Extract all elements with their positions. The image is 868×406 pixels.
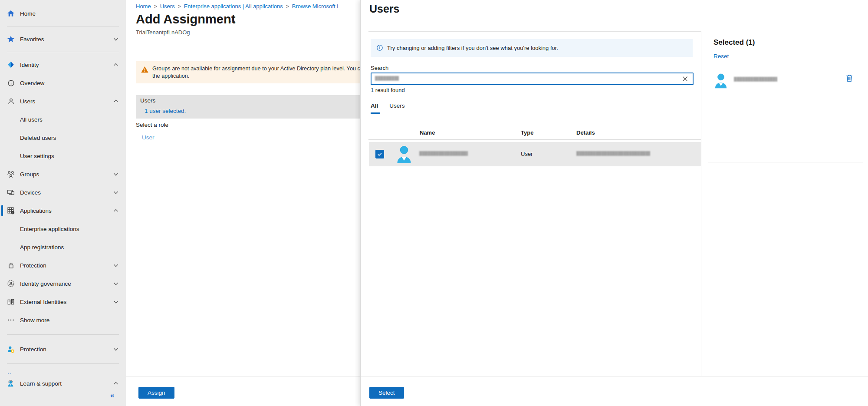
devices-icon <box>7 188 15 196</box>
selected-item-divider <box>708 162 863 162</box>
sidebar-item-label: Devices <box>20 189 41 196</box>
chevron-down-icon[interactable] <box>113 299 119 305</box>
sidebar-item-label: All users <box>20 116 43 123</box>
external-identities-icon <box>7 298 15 306</box>
sidebar-item-label: Identity governance <box>20 281 71 287</box>
users-panel: Users Try changing or adding filters if … <box>360 0 868 406</box>
user-avatar <box>396 145 412 164</box>
identity-governance-icon <box>7 280 15 287</box>
sidebar-item-label: User settings <box>20 153 54 159</box>
sidebar-item-overview[interactable]: Overview <box>0 74 126 92</box>
sidebar-item-app-registrations[interactable]: App registrations <box>0 238 126 256</box>
chevron-down-icon[interactable] <box>113 281 119 287</box>
sidebar-item-groups[interactable]: Groups <box>0 165 126 183</box>
users-section-label: Users <box>140 97 155 104</box>
trash-icon[interactable] <box>845 74 853 83</box>
sidebar-item-users[interactable]: Users <box>0 92 126 110</box>
breadcrumb: Home>Users>Enterprise applications | All… <box>136 3 339 10</box>
chevron-down-icon[interactable] <box>113 36 119 42</box>
breadcrumb-link-users[interactable]: Users <box>160 3 175 10</box>
breadcrumb-link-home[interactable]: Home <box>136 3 151 10</box>
sidebar: HomeFavoritesIdentityOverviewUsersAll us… <box>0 0 126 406</box>
home-icon <box>7 10 15 17</box>
selected-user-item: ██████████████████████████████ <box>701 68 868 94</box>
info-banner-text: Try changing or adding filters if you do… <box>387 45 558 51</box>
role-value-link[interactable]: User <box>142 134 155 141</box>
sidebar-item-identity-governance[interactable]: Identity governance <box>0 274 126 293</box>
sidebar-item-user-settings[interactable]: User settings <box>0 147 126 165</box>
azure-portal-app: HomeFavoritesIdentityOverviewUsersAll us… <box>0 0 868 406</box>
chevron-up-icon[interactable] <box>113 62 119 68</box>
sidebar-item-label: Show more <box>20 317 49 323</box>
info-icon <box>376 44 383 53</box>
table-header-divider <box>368 139 701 140</box>
sidebar-item-deleted-users[interactable]: Deleted users <box>0 129 126 147</box>
sidebar-item-external-identities[interactable]: External Identities <box>0 293 126 311</box>
chevron-up-icon[interactable] <box>113 208 119 214</box>
breadcrumb-link-enterprise-applications-all-applications[interactable]: Enterprise applications | All applicatio… <box>184 3 283 10</box>
breadcrumb-link-browse-microsoft-i[interactable]: Browse Microsoft I <box>292 3 339 10</box>
breadcrumb-separator: > <box>154 3 157 10</box>
tab-bar: AllUsers <box>371 102 416 109</box>
sidebar-item-identity[interactable]: Identity <box>0 56 126 74</box>
people-icon <box>7 170 15 178</box>
search-result-count: 1 result found <box>371 87 405 93</box>
star-icon <box>7 35 15 43</box>
sidebar-collapse-button[interactable]: « <box>110 391 114 400</box>
sidebar-item-all-users[interactable]: All users <box>0 110 126 129</box>
sidebar-item-show-more[interactable]: Show more <box>0 311 126 329</box>
sidebar-item-favorites[interactable]: Favorites <box>0 30 126 48</box>
search-input[interactable]: ██████████████████████████████ <box>371 73 694 85</box>
chevron-up-icon[interactable] <box>113 98 119 104</box>
sidebar-divider <box>7 334 119 335</box>
person-shield-icon <box>7 345 15 353</box>
sidebar-item-protection[interactable]: Protection <box>0 256 126 274</box>
chevron-down-icon[interactable] <box>113 346 119 352</box>
panel-title: Users <box>369 3 400 15</box>
chevron-down-icon[interactable] <box>113 262 119 268</box>
column-header-type: Type <box>521 129 533 136</box>
page-subtitle: TrialTenantpfLnADOg <box>136 29 190 36</box>
panel-footer-divider <box>361 376 868 376</box>
breadcrumb-separator: > <box>286 3 289 10</box>
row-checkbox[interactable] <box>375 150 384 158</box>
sidebar-item-label: Favorites <box>20 36 44 43</box>
app-grid-icon <box>7 207 15 215</box>
tab-all[interactable]: All <box>371 102 378 109</box>
chevron-down-icon[interactable] <box>113 171 119 177</box>
users-selected-link[interactable]: 1 user selected. <box>145 108 186 114</box>
lock-icon <box>7 261 15 269</box>
sidebar-item-applications[interactable]: Applications <box>0 201 126 220</box>
breadcrumb-separator: > <box>178 3 181 10</box>
row-type: User <box>521 151 533 157</box>
tab-users[interactable]: Users <box>389 102 404 109</box>
warning-icon <box>141 66 148 75</box>
sidebar-item-protection[interactable]: Protection <box>0 340 126 358</box>
sidebar-item-home[interactable]: Home <box>0 4 126 23</box>
partially-scrolled-icon <box>6 369 126 374</box>
sidebar-item-label: Learn & support <box>20 380 62 387</box>
person-support-icon <box>7 380 15 387</box>
info-circle-icon <box>7 79 15 87</box>
search-value: ██████████████████████████████ <box>375 75 400 82</box>
active-item-indicator <box>1 205 3 216</box>
sidebar-divider <box>7 26 119 26</box>
chevron-up-icon[interactable] <box>113 380 119 386</box>
sidebar-item-label: Deleted users <box>20 135 56 141</box>
info-banner: Try changing or adding filters if you do… <box>371 39 693 57</box>
sidebar-item-label: App registrations <box>20 244 64 251</box>
user-result-row[interactable]: ██████████████████████████████User██████… <box>369 142 701 166</box>
sidebar-item-devices[interactable]: Devices <box>0 183 126 201</box>
title-overflow-menu[interactable]: … <box>229 16 237 23</box>
select-button[interactable]: Select <box>369 387 404 399</box>
active-tab-underline <box>371 112 380 114</box>
assign-button[interactable]: Assign <box>138 387 174 399</box>
reset-link[interactable]: Reset <box>713 53 729 59</box>
text-caret <box>400 75 400 82</box>
ellipsis-icon <box>7 316 15 324</box>
sidebar-item-learn-support[interactable]: Learn & support <box>0 374 126 393</box>
clear-search-icon[interactable] <box>681 75 689 83</box>
sidebar-item-label: Identity <box>20 62 39 68</box>
sidebar-item-enterprise-applications[interactable]: Enterprise applications <box>0 220 126 238</box>
chevron-down-icon[interactable] <box>113 189 119 195</box>
